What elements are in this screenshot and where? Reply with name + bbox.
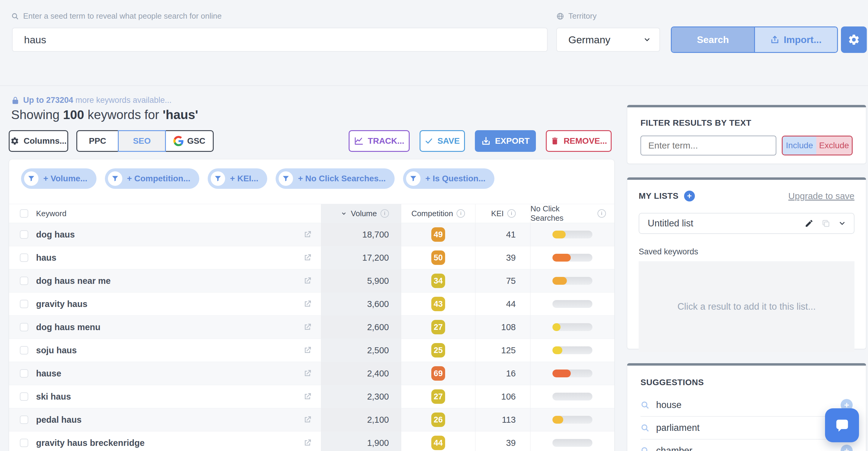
suggestion-item[interactable]: parliament +: [641, 416, 853, 439]
keyword-cell: dog haus menu: [36, 322, 100, 332]
data-source-tabs: PPC SEO GSC: [76, 130, 214, 152]
import-button[interactable]: Import...: [754, 27, 837, 52]
info-icon[interactable]: i: [380, 209, 389, 218]
table-row[interactable]: dog haus menu 2,600 27 108: [9, 315, 614, 338]
row-checkbox[interactable]: [20, 416, 28, 424]
include-button[interactable]: Include: [783, 137, 816, 154]
list-selector[interactable]: Untitled list: [639, 213, 855, 234]
funnel-icon: [406, 171, 421, 186]
competition-badge: 43: [431, 297, 445, 311]
table-row[interactable]: pedal haus 2,100 26 113: [9, 408, 614, 431]
external-link-icon[interactable]: [303, 369, 312, 378]
external-link-icon[interactable]: [303, 439, 312, 447]
keywords-available-banner[interactable]: Up to 273204 more keywords available...: [11, 96, 172, 105]
keyword-cell: ski haus: [36, 392, 71, 402]
trash-icon: [550, 137, 559, 146]
row-checkbox[interactable]: [20, 253, 28, 262]
funnel-icon: [108, 171, 122, 186]
column-no-click-searches[interactable]: No Click Searches: [530, 204, 594, 223]
external-link-icon[interactable]: [303, 415, 312, 424]
row-checkbox[interactable]: [20, 346, 28, 355]
sort-desc-icon[interactable]: [341, 210, 347, 217]
external-link-icon[interactable]: [303, 392, 312, 401]
funnel-icon: [24, 171, 38, 186]
kei-cell: 125: [501, 345, 516, 355]
kei-cell: 16: [506, 369, 516, 379]
table-row[interactable]: dog haus near me 5,900 34 75: [9, 269, 614, 292]
row-checkbox[interactable]: [20, 369, 28, 378]
table-row[interactable]: haus 17,200 50 39: [9, 246, 614, 269]
globe-icon: [556, 12, 564, 20]
table-row[interactable]: ski haus 2,300 27 106: [9, 385, 614, 408]
competition-badge: 50: [431, 250, 445, 265]
external-link-icon[interactable]: [303, 276, 312, 285]
info-icon[interactable]: i: [507, 209, 516, 218]
add-list-button[interactable]: +: [684, 191, 695, 202]
select-all-checkbox[interactable]: [20, 209, 28, 218]
filter-term-input[interactable]: [641, 136, 776, 155]
no-click-searches-bar: [552, 254, 592, 262]
suggestion-item[interactable]: house +: [641, 394, 853, 416]
export-button[interactable]: EXPORT: [475, 130, 536, 152]
territory-label: Territory: [556, 11, 597, 21]
external-link-icon[interactable]: [303, 346, 312, 355]
kei-cell: 41: [506, 230, 516, 240]
copy-icon[interactable]: [822, 219, 831, 228]
suggestion-item[interactable]: chamber +: [641, 439, 853, 451]
save-button[interactable]: SAVE: [420, 130, 465, 152]
table-row[interactable]: soju haus 2,500 25 125: [9, 338, 614, 362]
search-button[interactable]: Search: [672, 27, 754, 52]
info-icon[interactable]: i: [457, 209, 465, 218]
row-checkbox[interactable]: [20, 230, 28, 239]
add-suggestion-button[interactable]: +: [841, 445, 853, 451]
table-row[interactable]: dog haus 18,700 49 41: [9, 223, 614, 246]
row-checkbox[interactable]: [20, 300, 28, 308]
external-link-icon[interactable]: [303, 323, 312, 332]
competition-badge: 49: [431, 227, 445, 242]
seed-term-input[interactable]: [12, 28, 548, 52]
seed-term-label: Enter a seed term to reveal what people …: [11, 11, 222, 21]
row-checkbox[interactable]: [20, 439, 28, 447]
settings-button[interactable]: [841, 26, 867, 53]
tab-gsc[interactable]: GSC: [165, 130, 214, 152]
column-competition[interactable]: Competition: [411, 209, 453, 218]
search-term: 'haus': [163, 108, 198, 122]
tab-ppc[interactable]: PPC: [76, 130, 119, 152]
add-filter-chip[interactable]: + KEI...: [208, 169, 267, 189]
chevron-down-icon[interactable]: [838, 219, 846, 227]
upgrade-to-save-link[interactable]: Upgrade to save: [788, 191, 855, 201]
track-button[interactable]: TRACK...: [349, 130, 410, 152]
info-icon[interactable]: i: [597, 209, 606, 218]
external-link-icon[interactable]: [303, 230, 312, 239]
external-link-icon[interactable]: [303, 299, 312, 308]
add-filter-chip[interactable]: + Is Question...: [403, 169, 494, 189]
competition-badge: 26: [431, 413, 445, 427]
no-click-searches-bar: [552, 416, 592, 424]
table-row[interactable]: hause 2,400 69 16: [9, 362, 614, 385]
remove-button[interactable]: REMOVE...: [546, 130, 612, 152]
column-keyword[interactable]: Keyword: [36, 209, 66, 218]
list-name: Untitled list: [648, 218, 693, 229]
external-link-icon[interactable]: [303, 253, 312, 262]
table-row[interactable]: gravity haus 3,600 43 44: [9, 292, 614, 315]
competition-badge: 27: [431, 320, 445, 334]
territory-select[interactable]: Germany: [556, 28, 660, 52]
pencil-icon[interactable]: [805, 219, 814, 228]
tab-seo[interactable]: SEO: [118, 130, 166, 152]
add-filter-chip[interactable]: + Volume...: [21, 169, 96, 189]
add-filter-chip[interactable]: + No Click Searches...: [276, 169, 395, 189]
row-checkbox[interactable]: [20, 277, 28, 285]
table-row[interactable]: gravity haus breckenridge 1,900 44 39: [9, 431, 614, 451]
kei-cell: 39: [506, 438, 516, 448]
add-filter-chip[interactable]: + Competition...: [105, 169, 199, 189]
volume-cell: 17,200: [362, 253, 389, 263]
table-header: Keyword Volume i Competition i KEI i: [9, 204, 614, 223]
exclude-button[interactable]: Exclude: [816, 137, 852, 154]
row-checkbox[interactable]: [20, 323, 28, 331]
chat-launcher-button[interactable]: [825, 408, 859, 442]
column-kei[interactable]: KEI: [491, 209, 504, 218]
row-checkbox[interactable]: [20, 392, 28, 401]
column-volume[interactable]: Volume: [351, 209, 377, 218]
gear-icon: [10, 137, 19, 146]
columns-button[interactable]: Columns...: [9, 130, 68, 152]
